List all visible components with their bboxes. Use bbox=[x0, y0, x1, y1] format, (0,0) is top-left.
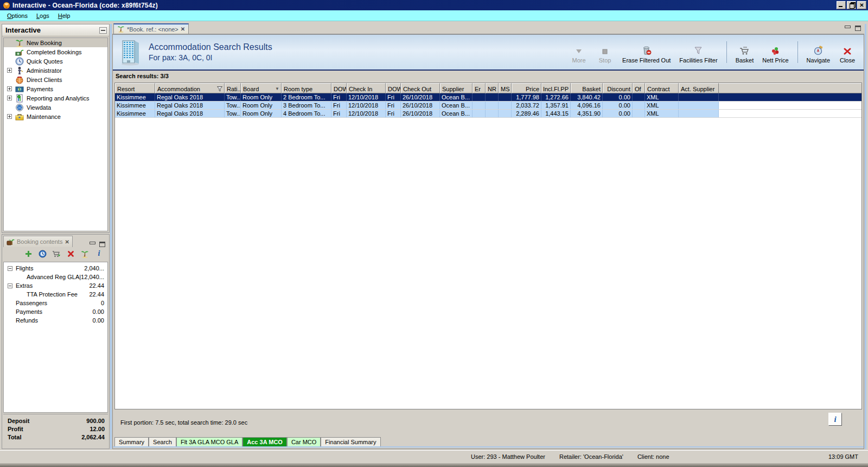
cell-er bbox=[473, 102, 486, 109]
column-header-price[interactable]: Price bbox=[512, 83, 541, 93]
erase-filtered-out-button[interactable]: Erase Filtered Out bbox=[619, 40, 674, 65]
cell-supplier: Ocean B... bbox=[440, 93, 473, 101]
sidebar-item-completed-bookings[interactable]: Completed Bookings bbox=[4, 47, 107, 56]
column-dropdown-icon[interactable]: ▼ bbox=[275, 86, 279, 91]
column-header-dow[interactable]: DOW bbox=[331, 83, 347, 93]
add-item-button[interactable] bbox=[24, 249, 33, 258]
menu-logs[interactable]: Logs bbox=[33, 11, 53, 20]
column-header-discount[interactable]: Discount bbox=[603, 83, 633, 93]
column-header-label: Resort bbox=[117, 86, 135, 92]
tab-accommodation[interactable]: Acc 3A MCO bbox=[242, 437, 287, 446]
sidebar-item-administrator[interactable]: Administrator bbox=[4, 66, 107, 75]
editor-maximize-icon[interactable] bbox=[855, 26, 861, 31]
info-button[interactable]: i bbox=[828, 413, 842, 426]
column-header-of[interactable]: Of bbox=[633, 83, 645, 93]
result-row-3[interactable]: KissimmeeRegal Oaks 2018Tow...Room Only4… bbox=[115, 110, 861, 118]
column-header-check-out[interactable]: Check Out bbox=[401, 83, 440, 93]
navigate-button[interactable]: Navigate bbox=[803, 40, 833, 65]
panel-collapse-icon[interactable] bbox=[99, 27, 107, 34]
booking-contents-close-icon[interactable]: ✕ bbox=[65, 239, 69, 245]
booking-row-flights[interactable]: Flights2,040... bbox=[4, 264, 107, 273]
window-minimize-button[interactable] bbox=[837, 1, 846, 9]
tree-expand-icon[interactable] bbox=[7, 96, 12, 100]
sidebar-item-direct-clients[interactable]: Direct Clients bbox=[4, 75, 107, 84]
sidebar-item-viewdata[interactable]: Viewdata bbox=[4, 103, 107, 112]
cell-check-in: 12/10/2018 bbox=[347, 110, 386, 117]
column-header-nr[interactable]: NR bbox=[486, 83, 499, 93]
add-to-basket-button[interactable] bbox=[52, 249, 61, 258]
tree-expand-icon[interactable] bbox=[7, 68, 12, 73]
editor-minimize-icon[interactable] bbox=[845, 26, 851, 30]
panel-minimize-icon[interactable] bbox=[90, 242, 95, 247]
sidebar-item-reporting-and-analytics[interactable]: Reporting and Analytics bbox=[4, 93, 107, 103]
column-header-resort[interactable]: Resort bbox=[115, 83, 155, 93]
new-booking-component-button[interactable] bbox=[80, 249, 90, 258]
column-header-check-in[interactable]: Check In bbox=[347, 83, 386, 93]
booking-row-passengers[interactable]: Passengers0 bbox=[4, 299, 107, 307]
column-header-basket[interactable]: Basket bbox=[571, 83, 603, 93]
booking-ref-tab[interactable]: *Book. ref.: <none> ✕ bbox=[113, 23, 189, 34]
tab-summary[interactable]: Summary bbox=[114, 437, 149, 446]
booking-section-tabs: Summary Search Flt 3A GLA MCO GLA Acc 3A… bbox=[113, 438, 864, 447]
nett-price-button[interactable]: Nett Price bbox=[759, 40, 792, 65]
status-time: 13:09 GMT bbox=[828, 453, 858, 460]
booking-row-tta-protection-fee[interactable]: TTA Protection Fee22.44 bbox=[4, 290, 107, 299]
sidebar-item-payments[interactable]: $Payments bbox=[4, 84, 107, 93]
window-restore-button[interactable] bbox=[847, 1, 856, 9]
facilities-filter-button[interactable]: Facilities Filter bbox=[676, 40, 720, 65]
column-header-ms[interactable]: MS bbox=[499, 83, 512, 93]
erase-filtered-out-label: Erase Filtered Out bbox=[622, 57, 671, 64]
sidebar-item-maintenance[interactable]: Maintenance bbox=[4, 112, 107, 121]
column-header-supplier[interactable]: Supplier bbox=[440, 83, 473, 93]
menu-options[interactable]: Options bbox=[3, 11, 31, 20]
tab-car[interactable]: Car MCO bbox=[287, 437, 321, 446]
cell-accommodation: Regal Oaks 2018 bbox=[155, 93, 225, 101]
column-header-er[interactable]: Er bbox=[473, 83, 486, 93]
tab-search[interactable]: Search bbox=[149, 437, 176, 446]
column-header-label: Supplier bbox=[442, 86, 464, 92]
booking-row-extras[interactable]: Extras22.44 bbox=[4, 281, 107, 290]
column-header-accommodation[interactable]: Accommodation bbox=[155, 83, 225, 93]
tab-close-icon[interactable]: ✕ bbox=[181, 26, 185, 32]
availability-button[interactable] bbox=[38, 249, 47, 258]
column-header-act-supplier[interactable]: Act. Supplier bbox=[679, 83, 719, 93]
column-header-board[interactable]: Board▼ bbox=[241, 83, 282, 93]
window-close-button[interactable] bbox=[857, 1, 866, 9]
sidebar-item-new-booking[interactable]: New Booking bbox=[4, 38, 107, 47]
basket-button[interactable]: Basket bbox=[732, 40, 757, 65]
editor-body: Accommodation Search Results For pax: 3A… bbox=[112, 34, 864, 449]
booking-row-advanced-reg-gla-1-[interactable]: Advanced Reg GLA|1:2,040... bbox=[4, 273, 107, 281]
app-icon bbox=[3, 2, 10, 9]
deposit-row: Deposit 900.00 bbox=[8, 418, 105, 426]
tree-expand-icon[interactable] bbox=[7, 86, 12, 91]
tree-collapse-icon[interactable] bbox=[8, 266, 12, 271]
close-button[interactable]: Close bbox=[835, 40, 859, 65]
result-row-2[interactable]: KissimmeeRegal Oaks 2018Tow...Room Only3… bbox=[115, 102, 861, 110]
more-button[interactable]: More bbox=[567, 40, 591, 65]
booking-contents-tab[interactable]: Booking contents ✕ bbox=[3, 236, 73, 247]
column-filter-funnel-icon[interactable] bbox=[216, 86, 222, 92]
column-header-contract[interactable]: Contract bbox=[645, 83, 679, 93]
delete-item-button[interactable] bbox=[66, 249, 75, 258]
stop-button[interactable]: Stop bbox=[593, 40, 617, 65]
menu-help[interactable]: Help bbox=[54, 11, 74, 20]
sidebar-item-label: Viewdata bbox=[27, 104, 51, 111]
cell-check-out: 26/10/2018 bbox=[401, 102, 440, 109]
stop-label: Stop bbox=[599, 57, 611, 64]
tab-flight[interactable]: Flt 3A GLA MCO GLA bbox=[176, 437, 242, 446]
column-header-incl-fl-pp[interactable]: Incl.Fl.PP bbox=[541, 83, 571, 93]
tree-collapse-icon[interactable] bbox=[8, 283, 12, 288]
info-button[interactable]: i bbox=[94, 249, 104, 258]
column-header-rati-[interactable]: Rati... bbox=[225, 83, 241, 93]
booking-row-label: TTA Protection Fee bbox=[27, 291, 89, 298]
booking-row-refunds[interactable]: Refunds0.00 bbox=[4, 316, 107, 325]
result-row-1[interactable]: KissimmeeRegal Oaks 2018Tow...Room Only2… bbox=[115, 93, 861, 102]
panel-maximize-icon[interactable] bbox=[99, 242, 105, 247]
tab-financial-summary[interactable]: Financial Summary bbox=[321, 437, 380, 446]
column-header-dow[interactable]: DOW bbox=[386, 83, 401, 93]
booking-row-payments[interactable]: Payments0.00 bbox=[4, 307, 107, 316]
panel-splitter[interactable] bbox=[110, 24, 112, 449]
tree-expand-icon[interactable] bbox=[7, 114, 12, 119]
sidebar-item-quick-quotes[interactable]: Quick Quotes bbox=[4, 56, 107, 66]
column-header-room-type[interactable]: Room type bbox=[282, 83, 331, 93]
